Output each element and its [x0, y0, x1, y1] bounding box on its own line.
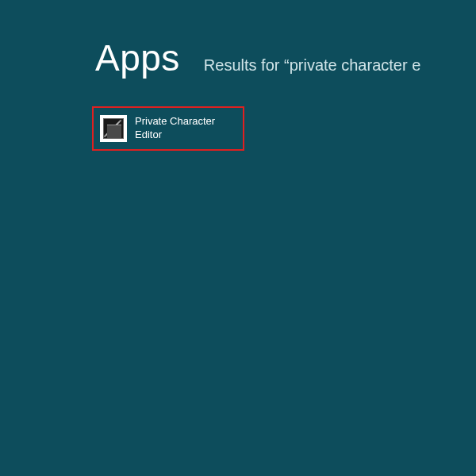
private-character-editor-icon — [100, 115, 127, 142]
header: Apps Results for “private character e — [95, 36, 420, 79]
page-title: Apps — [95, 36, 180, 79]
results-text: Results for “private character e — [204, 56, 420, 75]
app-tile-private-character-editor[interactable]: Private Character Editor — [92, 106, 244, 151]
app-tile-label: Private Character Editor — [135, 115, 236, 142]
results-container: Private Character Editor — [92, 106, 244, 151]
